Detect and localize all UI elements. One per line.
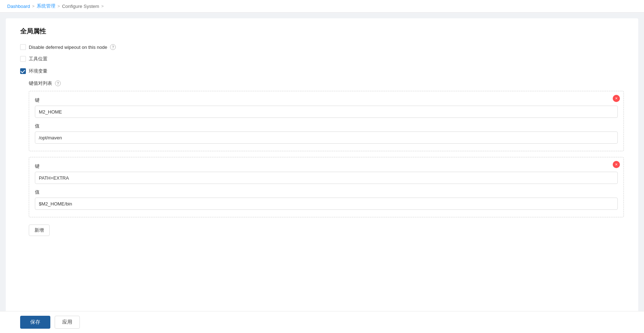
checkbox-disable-wipeout[interactable]: [20, 44, 26, 50]
main-content: 全局属性 Disable deferred wipeout on this no…: [6, 18, 638, 313]
add-entry-button[interactable]: 新增: [29, 225, 50, 236]
checkbox-row-env: 环境变量: [20, 68, 624, 74]
field-input-key-2[interactable]: [35, 172, 618, 184]
field-group-key-1: 键: [35, 97, 618, 118]
help-icon-wipeout[interactable]: ?: [110, 44, 116, 50]
checkbox-label-tool: 工具位置: [29, 56, 47, 62]
breadcrumb-dashboard[interactable]: Dashboard: [7, 4, 30, 9]
page-title: 全局属性: [20, 27, 624, 36]
kv-close-btn-1[interactable]: ×: [613, 95, 620, 102]
breadcrumb-system-manage[interactable]: 系统管理: [37, 3, 55, 9]
field-group-key-2: 键: [35, 163, 618, 184]
breadcrumb-sep-2: >: [58, 4, 60, 8]
kv-section-label: 键值对列表: [29, 80, 52, 87]
save-button[interactable]: 保存: [20, 316, 50, 329]
checkbox-label-env: 环境变量: [29, 68, 47, 74]
checkbox-env-vars[interactable]: [20, 68, 26, 74]
kv-entry-1: × 键 值: [29, 91, 624, 151]
kv-label-row: 键值对列表 ?: [29, 80, 624, 87]
breadcrumb-sep-1: >: [32, 4, 35, 8]
field-label-key-2: 键: [35, 163, 618, 170]
field-label-value-1: 值: [35, 123, 618, 129]
apply-button[interactable]: 应用: [55, 316, 80, 329]
field-label-value-2: 值: [35, 189, 618, 195]
checkbox-label-wipeout: Disable deferred wipeout on this node: [29, 45, 107, 50]
kv-close-btn-2[interactable]: ×: [613, 161, 620, 168]
help-icon-kv[interactable]: ?: [55, 80, 61, 86]
bottom-bar: 保存 应用: [0, 311, 644, 333]
breadcrumb-configure-system: Configure System: [62, 4, 99, 9]
breadcrumb-sep-3: >: [101, 4, 104, 8]
field-label-key-1: 键: [35, 97, 618, 103]
checkbox-tool-location[interactable]: [20, 56, 26, 62]
field-group-value-1: 值: [35, 123, 618, 144]
checkbox-row-tool: 工具位置: [20, 56, 624, 62]
checkbox-row-wipeout: Disable deferred wipeout on this node ?: [20, 44, 624, 50]
field-input-value-1[interactable]: [35, 131, 618, 144]
kv-section: 键值对列表 ? × 键 值 × 键 值: [29, 80, 624, 236]
field-group-value-2: 值: [35, 189, 618, 210]
field-input-value-2[interactable]: [35, 198, 618, 210]
kv-entry-2: × 键 值: [29, 157, 624, 217]
field-input-key-1[interactable]: [35, 106, 618, 118]
breadcrumb: Dashboard > 系统管理 > Configure System >: [0, 0, 644, 13]
